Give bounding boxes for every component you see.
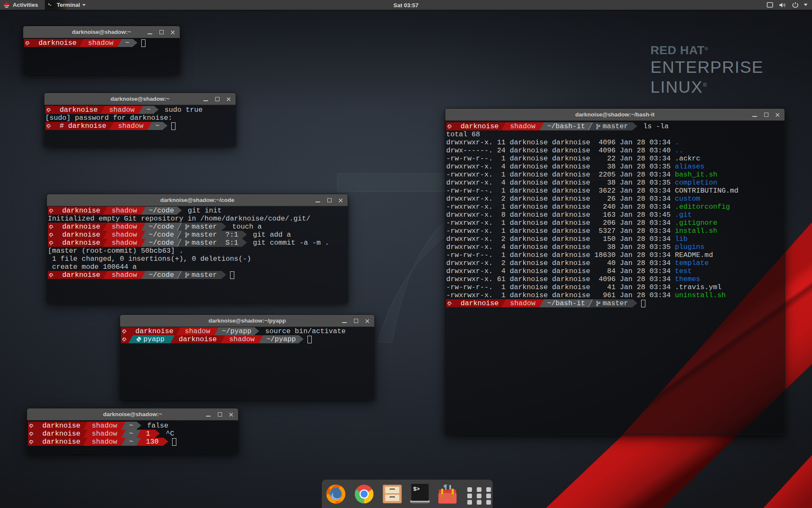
svg-text:$>: $> [413,486,420,492]
